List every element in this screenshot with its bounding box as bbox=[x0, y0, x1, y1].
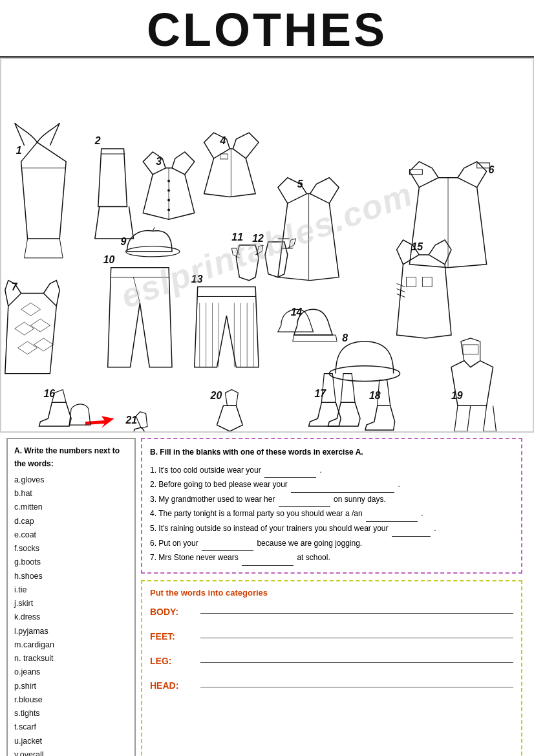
category-feet-row: FEET: bbox=[150, 631, 513, 642]
word-item-a: a.gloves bbox=[14, 473, 128, 487]
word-item-i: i.tie bbox=[14, 583, 128, 597]
word-item-h: h.shoes bbox=[14, 570, 128, 583]
svg-text:13: 13 bbox=[191, 274, 203, 285]
blank-4[interactable] bbox=[366, 507, 418, 522]
sentence-3: 3. My grandmother used to wear her on su… bbox=[150, 493, 513, 508]
bottom-section: A. Write the numbers next to the words: … bbox=[0, 433, 534, 756]
svg-text:17: 17 bbox=[314, 388, 326, 399]
fill-blanks-box: B. Fill in the blanks with one of these … bbox=[141, 438, 522, 574]
svg-text:20: 20 bbox=[210, 390, 222, 401]
word-item-f: f.socks bbox=[14, 542, 128, 556]
category-body-row: BODY: bbox=[150, 607, 513, 617]
category-feet-line[interactable] bbox=[200, 638, 513, 638]
category-leg-row: LEG: bbox=[150, 656, 513, 666]
word-item-u: u.jacket bbox=[14, 735, 128, 748]
svg-point-7 bbox=[167, 180, 170, 182]
sentence-6: 6. Put on your because we are going jogg… bbox=[150, 537, 513, 552]
blank-2[interactable] bbox=[291, 478, 394, 493]
svg-text:10: 10 bbox=[103, 254, 115, 265]
category-leg-label: LEG: bbox=[150, 656, 195, 666]
word-item-m: m.cardigan bbox=[14, 638, 128, 652]
sentence-1: 1. It's too cold outside wear your . bbox=[150, 464, 513, 479]
category-head-row: HEAD: bbox=[150, 680, 513, 691]
word-item-t: t.scarf bbox=[14, 720, 128, 734]
sentence-4: 4. The party tonight is a formal party s… bbox=[150, 507, 513, 522]
word-item-c: c.mitten bbox=[14, 501, 128, 514]
blank-5[interactable] bbox=[392, 522, 431, 537]
blank-6[interactable] bbox=[202, 537, 253, 552]
word-item-p: p.shirt bbox=[14, 680, 128, 693]
svg-point-8 bbox=[167, 189, 170, 192]
category-body-label: BODY: bbox=[150, 607, 195, 617]
word-item-l: l.pyjamas bbox=[14, 625, 128, 638]
svg-text:2: 2 bbox=[94, 135, 101, 146]
svg-point-10 bbox=[167, 208, 170, 211]
svg-text:12: 12 bbox=[252, 233, 264, 244]
word-item-o: o.jeans bbox=[14, 665, 128, 679]
category-body-line[interactable] bbox=[200, 613, 513, 614]
illustration-area: eslprintables.com 1 2 3 4 5 bbox=[0, 58, 534, 433]
title-area: CLOTHES bbox=[0, 0, 534, 58]
word-item-k: k.dress bbox=[14, 610, 128, 624]
blank-3[interactable] bbox=[279, 493, 330, 508]
category-leg-line[interactable] bbox=[200, 662, 513, 663]
word-item-b: b.hat bbox=[14, 487, 128, 501]
fill-blanks-title: B. Fill in the blanks with one of these … bbox=[150, 446, 513, 460]
category-head-label: HEAD: bbox=[150, 680, 195, 691]
sentence-2: 2. Before going to bed please wear your … bbox=[150, 478, 513, 493]
word-item-v: v.overall bbox=[14, 748, 128, 756]
word-item-s: s.tights bbox=[14, 707, 128, 720]
word-item-d: d.cap bbox=[14, 515, 128, 528]
sentence-7: 7. Mrs Stone never wears at school. bbox=[150, 551, 513, 566]
svg-text:8: 8 bbox=[342, 332, 348, 343]
svg-text:18: 18 bbox=[369, 390, 381, 401]
svg-text:11: 11 bbox=[231, 232, 243, 243]
blank-1[interactable] bbox=[264, 464, 316, 479]
clothes-illustration: 1 2 3 4 5 6 bbox=[1, 59, 533, 431]
svg-text:9: 9 bbox=[121, 236, 127, 247]
svg-text:1: 1 bbox=[16, 145, 22, 156]
categories-title: Put the words into categories bbox=[150, 588, 513, 598]
svg-point-9 bbox=[167, 199, 170, 201]
svg-text:21: 21 bbox=[125, 415, 138, 426]
word-list-header: A. Write the numbers next to the words: bbox=[14, 444, 128, 471]
word-list-box: A. Write the numbers next to the words: … bbox=[6, 438, 136, 756]
word-item-j: j.skirt bbox=[14, 597, 128, 610]
sentence-5: 5. It's raining outside so instead of yo… bbox=[150, 522, 513, 537]
svg-text:14: 14 bbox=[291, 307, 303, 318]
word-item-e: e.coat bbox=[14, 528, 128, 542]
categories-box: Put the words into categories BODY: FEET… bbox=[141, 580, 522, 756]
blank-7[interactable] bbox=[242, 551, 294, 566]
right-section: B. Fill in the blanks with one of these … bbox=[136, 438, 528, 756]
word-item-g: g.boots bbox=[14, 556, 128, 569]
svg-text:6: 6 bbox=[489, 164, 495, 175]
category-head-line[interactable] bbox=[200, 687, 513, 687]
category-feet-label: FEET: bbox=[150, 631, 195, 642]
page-title: CLOTHES bbox=[0, 6, 534, 53]
word-item-r: r.blouse bbox=[14, 693, 128, 707]
word-item-n: n. tracksuit bbox=[14, 652, 128, 665]
